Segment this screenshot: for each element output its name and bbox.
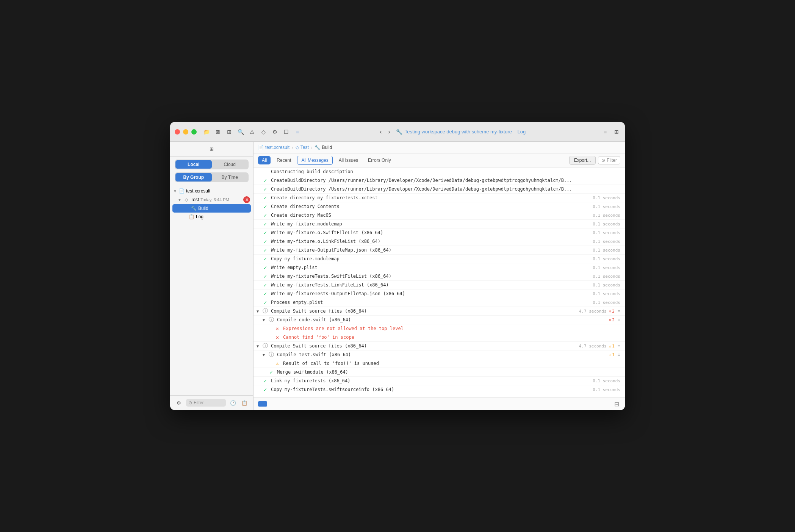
log-row[interactable]: ▼ ⓘ Compile test.swift (x86_64) ⚠ 1 ≡ (254, 350, 625, 359)
row-time: 0.1 seconds (593, 387, 620, 392)
row-status: ✓ (262, 282, 269, 288)
row-status: ⓘ (268, 351, 275, 358)
row-text: Compile code.swift (x86_64) (277, 317, 607, 322)
stop-icon[interactable]: ⊠ (214, 128, 222, 136)
log-row[interactable]: ▼ ⓘ Compile Swift source files (x86_64) … (254, 342, 625, 350)
window-controls-right: ⊟ (613, 400, 620, 408)
tab-errors-only[interactable]: Errors Only (364, 156, 395, 164)
error-icon: ✕ (609, 309, 612, 314)
grid-icon[interactable]: ⊞ (225, 128, 233, 136)
log-row: ✓ Write my-fixture.o.SwiftFileList (x86_… (254, 228, 625, 237)
row-status: ✓ (262, 290, 269, 297)
search-icon[interactable]: 🔍 (237, 128, 244, 136)
row-text: Process empty.plist (271, 300, 590, 305)
tab-all-messages[interactable]: All Messages (297, 156, 332, 165)
row-status: ✓ (262, 255, 269, 262)
row-text: CreateBuildDirectory /Users/runner/Libra… (271, 178, 620, 183)
sidebar-tree: ▼ 📄 test.xcresult ▼ ◇ Test Today, 3:44 P… (170, 185, 253, 395)
row-text: Link my-fixtureTests (x86_64) (271, 378, 590, 383)
log-row-warning: ⚠ Result of call to 'foo()' is unused (254, 359, 625, 368)
row-time: 0.1 seconds (593, 230, 620, 235)
maximize-button[interactable] (191, 129, 197, 135)
cloud-toggle-button[interactable]: Cloud (212, 160, 248, 169)
list-icon[interactable]: ≡ (294, 128, 301, 136)
wrench-icon: 🔧 (396, 129, 402, 135)
forward-button[interactable]: › (385, 128, 393, 136)
sidebar-item-test[interactable]: ▼ ◇ Test Today, 3:44 PM ✕ (170, 195, 253, 204)
by-time-button[interactable]: By Time (212, 173, 248, 182)
sidebar-bottom: ⚙ ⊙ 🕐 📋 (170, 395, 253, 410)
row-status: ✕ (274, 334, 281, 341)
log-row: ✓ Write my-fixture.modulemap 0.1 seconds (254, 220, 625, 228)
back-button[interactable]: ‹ (377, 128, 385, 136)
error-badge: ✕ 2 (609, 309, 615, 314)
sidebar-item-xcresult[interactable]: ▼ 📄 test.xcresult (170, 187, 253, 195)
row-text: Write my-fixtureTests-OutputFileMap.json… (271, 291, 590, 296)
sidebar-item-log[interactable]: 📋 Log (170, 213, 253, 221)
tab-all-issues[interactable]: All Issues (335, 156, 362, 164)
sidebar-item-build[interactable]: 🔧 Build (172, 204, 251, 213)
breadcrumb-build[interactable]: 🔧 Build (315, 145, 332, 150)
clock-icon[interactable]: 🕐 (229, 399, 237, 407)
warning-count: 1 (612, 344, 615, 349)
diamond-icon[interactable]: ◇ (260, 128, 267, 136)
row-badges: ⚠ 1 ≡ (609, 343, 620, 349)
gear-badge-icon[interactable]: ⚙ (271, 128, 279, 136)
log-row: ✓ Copy my-fixture.modulemap 0.1 seconds (254, 255, 625, 263)
minimize-button[interactable] (183, 129, 188, 135)
row-time: 0.1 seconds (593, 196, 620, 200)
row-chevron: ▼ (257, 309, 262, 313)
doc-icon[interactable]: 📋 (240, 399, 249, 407)
log-row-error: ✕ Cannot find 'foo' in scope (254, 333, 625, 342)
row-status: ✓ (262, 377, 269, 384)
local-toggle-button[interactable]: Local (175, 160, 212, 169)
log-row: ✓ Merge swiftmodule (x86_64) (254, 368, 625, 377)
test-error-badge: ✕ (243, 196, 250, 203)
row-text: Copy my-fixture.modulemap (271, 256, 590, 261)
export-button[interactable]: Export... (569, 156, 596, 165)
sidebar-toolbar: ⊞ (170, 142, 253, 156)
tab-all[interactable]: All (258, 156, 271, 164)
warning-icon[interactable]: ⚠ (248, 128, 256, 136)
traffic-lights (175, 129, 197, 135)
split-view-icon[interactable]: ⊞ (613, 128, 620, 136)
row-status: ✓ (262, 229, 269, 236)
row-text: Write my-fixture.o.SwiftFileList (x86_64… (271, 230, 590, 235)
sidebar-gear-icon[interactable]: ⚙ (175, 399, 183, 407)
close-button[interactable] (175, 129, 180, 135)
sidebar-filter-input[interactable] (194, 400, 224, 405)
lines-menu-icon[interactable]: ≡ (601, 128, 609, 136)
row-badges: ✕ 2 ≡ (609, 317, 620, 322)
minimize-panel-icon[interactable]: ⊟ (613, 400, 620, 408)
by-group-button[interactable]: By Group (175, 173, 212, 182)
tab-recent[interactable]: Recent (273, 156, 295, 164)
row-text: Compile Swift source files (x86_64) (271, 308, 577, 314)
breadcrumb-test[interactable]: ◇ Test (296, 145, 309, 150)
breadcrumb-sep1: › (292, 145, 293, 150)
log-row[interactable]: ▼ ⓘ Compile code.swift (x86_64) ✕ 2 ≡ (254, 316, 625, 324)
breadcrumb-xcresult[interactable]: 📄 test.xcresult (258, 145, 290, 150)
error-count: 2 (612, 318, 615, 322)
row-time: 0.1 seconds (593, 257, 620, 261)
sidebar-grid-icon[interactable]: ⊞ (208, 145, 216, 153)
xcresult-icon: 📄 (178, 188, 185, 194)
row-status: ✓ (262, 386, 269, 393)
log-row[interactable]: ▼ ⓘ Compile Swift source files (x86_64) … (254, 307, 625, 316)
folder-icon[interactable]: 📁 (203, 128, 210, 136)
xcresult-label: test.xcresult (186, 188, 210, 194)
log-content: Constructing build description ✓ CreateB… (254, 167, 625, 397)
main-bottom-bar: ⊟ (254, 397, 625, 410)
row-time: 0.1 seconds (593, 300, 620, 305)
log-row: ✓ Write my-fixtureTests.LinkFileList (x8… (254, 281, 625, 289)
row-text: Write my-fixture.modulemap (271, 221, 590, 227)
filter-search[interactable]: ⊙ Filter (598, 156, 620, 164)
log-row: ✓ Link my-fixtureTests (x86_64) 0.1 seco… (254, 377, 625, 385)
row-text: Create directory MacOS (271, 213, 590, 218)
row-time: 4.7 seconds (579, 309, 607, 314)
row-text: Expressions are not allowed at the top l… (283, 326, 620, 331)
row-status: ⓘ (268, 316, 275, 323)
error-icon: ✕ (609, 318, 612, 322)
test-icon: ◇ (183, 197, 189, 203)
rect-icon[interactable]: ☐ (282, 128, 290, 136)
row-status: ✕ (274, 325, 281, 332)
